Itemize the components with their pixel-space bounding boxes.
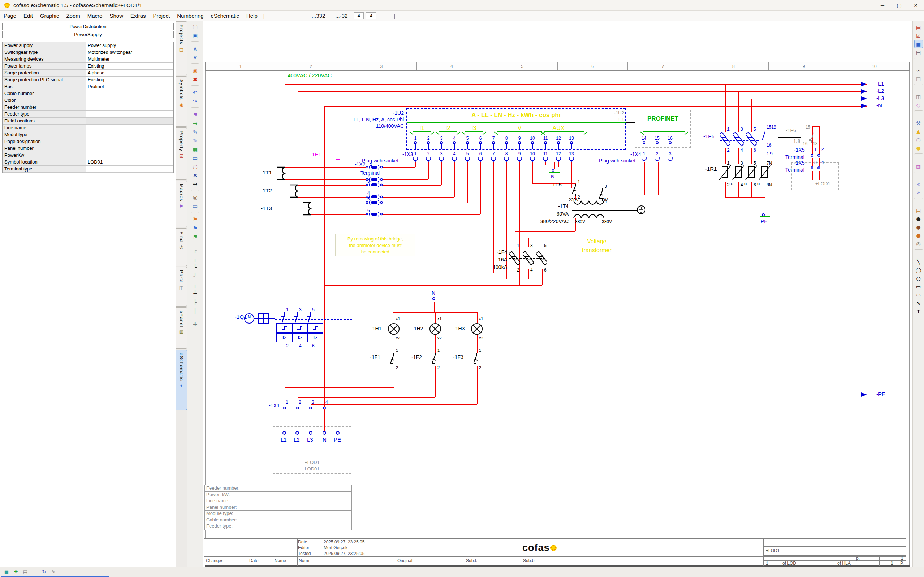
property-row[interactable]: Terminal type [3,166,173,172]
parts-db-icon[interactable]: ◫ [914,92,923,101]
property-value[interactable] [86,131,173,138]
feeder-row[interactable]: Module type: [205,511,352,517]
property-row[interactable]: Bus Profinet [3,84,173,90]
page-icon[interactable]: ▤ [22,568,29,575]
property-row[interactable]: Measuring devices Multimeter [3,56,173,63]
property-value[interactable]: Existing [86,63,173,69]
device-pin[interactable]: 15 [651,136,664,149]
menu-item[interactable]: Edit [20,13,37,19]
plug-pin[interactable]: 6 [474,151,487,162]
surge-fuse-b[interactable] [733,129,744,149]
property-value[interactable]: Existing [86,77,173,83]
flag-blue-icon[interactable]: ⚑ [190,224,200,232]
lamp-on-icon[interactable]: ● [914,144,923,152]
feeder-value[interactable] [273,492,352,498]
feedthrough-terminal[interactable] [366,164,383,170]
save-icon[interactable]: ▣ [190,31,200,40]
wrench-icon[interactable]: ⚒ [914,119,923,127]
check-config-icon[interactable]: ☑ [914,31,923,40]
list-icon[interactable]: ≡ [31,568,38,575]
feeder-value[interactable] [273,504,352,511]
tee-down-icon[interactable]: ┬ [190,280,200,289]
feeder-value[interactable] [273,485,352,492]
property-row[interactable]: PowerKw [3,152,173,159]
magnifier-icon[interactable]: ◎ [914,239,923,248]
tab-find[interactable]: Find ◎ [176,228,187,266]
flag-green-icon[interactable]: ⚑ [190,232,200,241]
refresh-icon[interactable]: ↻ [40,568,48,575]
property-row[interactable]: Page designation [3,138,173,145]
property-row[interactable]: Symbol location LOD01 [3,159,173,166]
device-pin[interactable]: 13 [565,136,578,149]
device-pin[interactable]: 11 [539,136,552,149]
plug-pin[interactable]: 8 [500,151,513,162]
plug-pin[interactable]: 2 [422,151,435,162]
varistor[interactable] [731,163,745,183]
delete-icon[interactable]: ✖ [190,75,200,84]
device-pin[interactable]: 8 [500,136,513,149]
corner-sw-icon[interactable]: └ [190,263,200,272]
feeder-value[interactable] [273,517,352,523]
fuse-switch-1f3[interactable] [473,353,482,366]
cross-junction-icon[interactable]: ┼ [190,306,200,315]
property-value[interactable] [86,90,173,97]
tee-right-icon[interactable]: ├ [190,298,200,306]
breaker-trip-box[interactable]: I> I> I> [276,333,323,342]
surge-fuse-c[interactable] [746,129,757,149]
feeder-row[interactable]: Line name: [205,498,352,504]
lamp-symbol-1h3[interactable] [470,322,483,335]
plug-pin[interactable]: 4 [448,151,461,162]
grid-x-input[interactable]: 4 [354,12,364,19]
probe-icon[interactable]: ✛ [190,320,200,329]
lamp-symbol-1h1[interactable] [387,322,400,335]
tag-icon[interactable]: ◇ [914,101,923,109]
property-value[interactable] [86,145,173,152]
plug-pin[interactable]: 3 [435,151,448,162]
fuse-1f4b[interactable] [523,248,534,268]
symbol-feed-icon[interactable]: ◉ [190,66,200,75]
menu-item[interactable]: Page [0,13,20,19]
plug-pin[interactable]: 9 [513,151,526,162]
property-value[interactable] [86,124,173,131]
binoculars-icon[interactable]: ∞ [914,66,923,74]
property-value[interactable] [86,97,173,104]
grid-y-input[interactable]: 4 [366,12,376,19]
device-pin[interactable]: 9 [513,136,526,149]
palette-icon[interactable]: ▦ [914,162,923,170]
device-pin[interactable]: 5 [461,136,474,149]
plug-pin[interactable]: 5 [461,151,474,162]
property-value[interactable] [86,118,173,124]
flag-orange-icon[interactable]: ⚑ [190,215,200,224]
lamp-off-icon[interactable]: ○ [914,135,923,144]
move-down-icon[interactable]: ∨ [190,53,200,62]
pen-icon[interactable]: ✎ [190,128,200,137]
tab-eschematic[interactable]: eSchematic ✦ [176,350,187,410]
text-tool-icon[interactable]: T [914,307,923,316]
node-icon[interactable]: ◌ [190,163,200,171]
property-row[interactable]: Modul type [3,131,173,138]
plug-pin[interactable]: 12 [552,151,565,162]
property-row[interactable]: Panel number [3,145,173,152]
menu-item[interactable]: eSchematic [207,13,243,19]
menu-item[interactable]: Project [150,13,174,19]
arc-tool-icon[interactable]: ◠ [914,291,923,299]
corner-nw-icon[interactable]: ┌ [190,246,200,255]
property-value[interactable] [86,111,173,118]
plug-pin[interactable]: 3 [664,151,677,162]
property-row[interactable]: Surge protection PLC signal Existing [3,77,173,84]
add-icon[interactable]: ✚ [12,568,19,575]
device-pin[interactable]: 3 [435,136,448,149]
fuse-1f4c[interactable] [536,248,547,268]
fuse-switch-1f2[interactable] [431,353,441,366]
surge-switch-n[interactable] [761,129,769,144]
device-pin[interactable]: 16 [664,136,677,149]
lamp-symbol-1h2[interactable] [429,322,442,335]
menu-item[interactable]: Zoom [63,13,84,19]
tab-property[interactable]: Property ☑ [176,127,187,180]
plug-pin[interactable]: 10 [526,151,539,162]
new-page-icon[interactable]: ▢ [190,23,200,31]
property-row[interactable]: Feeder type [3,111,173,118]
dimension-icon[interactable]: ↔ [190,180,200,189]
plug-pin[interactable]: 2 [651,151,664,162]
property-row[interactable]: Feeder number [3,104,173,111]
